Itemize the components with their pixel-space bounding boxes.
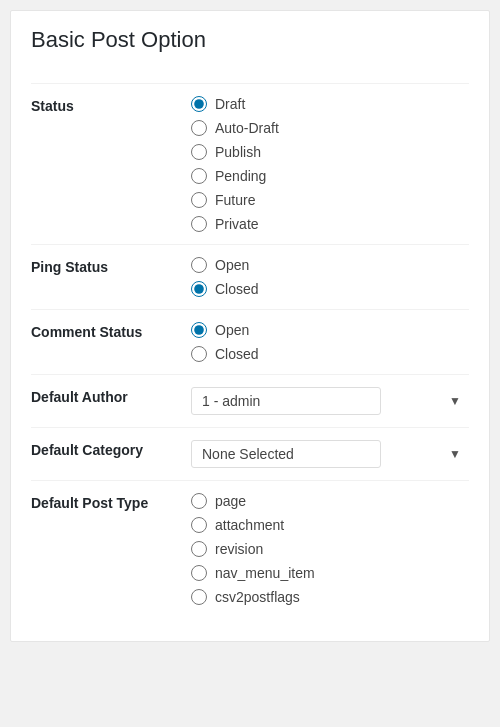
- default-author-select-wrapper: 1 - admin ▼: [191, 387, 469, 415]
- post-type-radio-page[interactable]: [191, 493, 207, 509]
- post-type-option-csv2postflags[interactable]: csv2postflags: [191, 589, 469, 605]
- comment-status-option-closed[interactable]: Closed: [191, 346, 469, 362]
- comment-status-label: Comment Status: [31, 322, 191, 340]
- comment-status-options: Open Closed: [191, 322, 469, 362]
- default-author-content: 1 - admin ▼: [191, 387, 469, 415]
- status-radio-auto-draft-label: Auto-Draft: [215, 120, 279, 136]
- status-options: Draft Auto-Draft Publish Pending Future …: [191, 96, 469, 232]
- status-radio-future-label: Future: [215, 192, 255, 208]
- post-type-option-attachment[interactable]: attachment: [191, 517, 469, 533]
- default-category-select[interactable]: None Selected: [191, 440, 381, 468]
- post-type-radio-csv2postflags[interactable]: [191, 589, 207, 605]
- post-type-radio-revision-label: revision: [215, 541, 263, 557]
- post-type-radio-attachment[interactable]: [191, 517, 207, 533]
- comment-status-field-row: Comment Status Open Closed: [31, 309, 469, 374]
- status-option-private[interactable]: Private: [191, 216, 469, 232]
- post-type-option-page[interactable]: page: [191, 493, 469, 509]
- ping-status-option-closed[interactable]: Closed: [191, 281, 469, 297]
- ping-status-options: Open Closed: [191, 257, 469, 297]
- default-post-type-field-row: Default Post Type page attachment revisi…: [31, 480, 469, 617]
- post-type-option-nav-menu-item[interactable]: nav_menu_item: [191, 565, 469, 581]
- post-type-radio-page-label: page: [215, 493, 246, 509]
- status-option-publish[interactable]: Publish: [191, 144, 469, 160]
- status-field-row: Status Draft Auto-Draft Publish Pending …: [31, 83, 469, 244]
- status-radio-private[interactable]: [191, 216, 207, 232]
- page-title: Basic Post Option: [31, 27, 469, 63]
- default-author-select-arrow: ▼: [449, 394, 461, 408]
- basic-post-option-panel: Basic Post Option Status Draft Auto-Draf…: [10, 10, 490, 642]
- status-option-auto-draft[interactable]: Auto-Draft: [191, 120, 469, 136]
- comment-status-radio-open-label: Open: [215, 322, 249, 338]
- default-post-type-label: Default Post Type: [31, 493, 191, 511]
- status-option-future[interactable]: Future: [191, 192, 469, 208]
- comment-status-option-open[interactable]: Open: [191, 322, 469, 338]
- status-radio-publish-label: Publish: [215, 144, 261, 160]
- status-radio-auto-draft[interactable]: [191, 120, 207, 136]
- default-author-field-row: Default Author 1 - admin ▼: [31, 374, 469, 427]
- post-type-radio-nav-menu-item-label: nav_menu_item: [215, 565, 315, 581]
- default-category-content: None Selected ▼: [191, 440, 469, 468]
- status-option-pending[interactable]: Pending: [191, 168, 469, 184]
- status-radio-private-label: Private: [215, 216, 259, 232]
- status-option-draft[interactable]: Draft: [191, 96, 469, 112]
- comment-status-radio-closed-label: Closed: [215, 346, 259, 362]
- status-radio-draft[interactable]: [191, 96, 207, 112]
- status-label: Status: [31, 96, 191, 114]
- ping-status-radio-closed[interactable]: [191, 281, 207, 297]
- ping-status-radio-closed-label: Closed: [215, 281, 259, 297]
- status-radio-pending[interactable]: [191, 168, 207, 184]
- default-category-label: Default Category: [31, 440, 191, 458]
- post-type-radio-nav-menu-item[interactable]: [191, 565, 207, 581]
- default-category-field-row: Default Category None Selected ▼: [31, 427, 469, 480]
- comment-status-radio-open[interactable]: [191, 322, 207, 338]
- ping-status-radio-open-label: Open: [215, 257, 249, 273]
- post-type-radio-revision[interactable]: [191, 541, 207, 557]
- status-radio-future[interactable]: [191, 192, 207, 208]
- default-post-type-options: page attachment revision nav_menu_item c…: [191, 493, 469, 605]
- default-category-select-wrapper: None Selected ▼: [191, 440, 469, 468]
- post-type-radio-csv2postflags-label: csv2postflags: [215, 589, 300, 605]
- status-radio-publish[interactable]: [191, 144, 207, 160]
- ping-status-radio-open[interactable]: [191, 257, 207, 273]
- default-category-select-arrow: ▼: [449, 447, 461, 461]
- comment-status-radio-closed[interactable]: [191, 346, 207, 362]
- post-type-option-revision[interactable]: revision: [191, 541, 469, 557]
- ping-status-field-row: Ping Status Open Closed: [31, 244, 469, 309]
- ping-status-label: Ping Status: [31, 257, 191, 275]
- status-radio-pending-label: Pending: [215, 168, 266, 184]
- status-radio-draft-label: Draft: [215, 96, 245, 112]
- default-author-label: Default Author: [31, 387, 191, 405]
- post-type-radio-attachment-label: attachment: [215, 517, 284, 533]
- default-author-select[interactable]: 1 - admin: [191, 387, 381, 415]
- ping-status-option-open[interactable]: Open: [191, 257, 469, 273]
